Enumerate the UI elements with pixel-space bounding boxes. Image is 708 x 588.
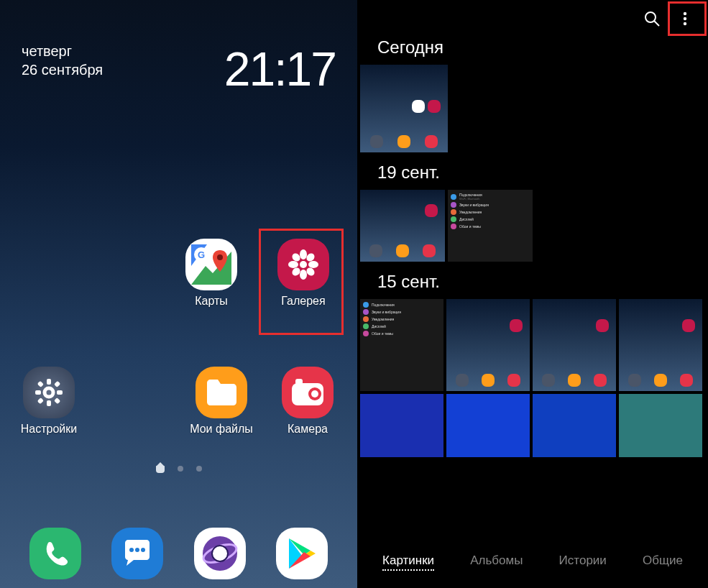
app-camera[interactable]: Камера <box>272 367 344 436</box>
app-row-2: Настройки Мои файлы Камера <box>6 367 351 436</box>
settings-item: Дисплей <box>372 324 386 329</box>
thumb-row-sept19: ПодключенияWi-Fi, Bluetooth Звуки и вибр… <box>357 190 708 262</box>
play-icon <box>276 528 328 579</box>
browser-icon <box>194 528 246 579</box>
app-row-1: G Карты <box>173 239 342 308</box>
app-settings[interactable]: Настройки <box>13 367 85 436</box>
svg-point-26 <box>129 548 134 552</box>
files-icon <box>196 367 247 418</box>
home-screen: четверг 26 сентября 21:17 G Карты <box>0 0 357 588</box>
thumbnail[interactable]: Подключения Звуки и вибрация Уведомления… <box>360 299 443 391</box>
section-today: Сегодня <box>357 27 708 65</box>
settings-icon <box>23 367 75 418</box>
tab-shared[interactable]: Общие <box>643 553 683 571</box>
thumbnail[interactable] <box>360 190 445 262</box>
settings-item: Подключения <box>372 303 395 307</box>
thumb-row-sept15: Подключения Звуки и вибрация Уведомления… <box>357 299 708 457</box>
svg-point-37 <box>684 22 686 25</box>
page-dot[interactable] <box>178 466 183 472</box>
app-label: Карты <box>195 295 228 308</box>
settings-item: Обои и темы <box>459 224 481 229</box>
tab-stories[interactable]: Истории <box>559 553 607 571</box>
thumbnail[interactable] <box>360 394 443 457</box>
thumb-row-today <box>357 65 708 152</box>
thumbnail[interactable] <box>360 65 448 152</box>
app-label: Камера <box>288 423 328 436</box>
app-files[interactable]: Мои файлы <box>185 367 257 436</box>
thumbnail[interactable] <box>446 394 530 457</box>
settings-item: Уведомления <box>372 317 394 321</box>
gallery-screen: Сегодня 19 сент. ПодключенияWi-Fi, Bluet… <box>357 0 708 588</box>
more-icon[interactable] <box>676 10 694 27</box>
thumbnail[interactable] <box>446 299 530 391</box>
section-sept15: 15 сент. <box>357 262 708 299</box>
settings-item: Обои и темы <box>372 331 393 336</box>
settings-item: Звуки и вибрация <box>372 310 401 314</box>
svg-text:G: G <box>198 249 205 260</box>
svg-rect-17 <box>57 390 63 395</box>
dock-browser[interactable] <box>181 528 259 579</box>
gallery-tabs: Картинки Альбомы Истории Общие <box>357 541 708 588</box>
svg-point-3 <box>217 254 223 260</box>
svg-rect-15 <box>47 400 51 406</box>
maps-icon: G <box>185 239 237 290</box>
clock: 21:17 <box>224 42 336 96</box>
section-sept19: 19 сент. <box>357 152 708 190</box>
svg-point-24 <box>311 390 318 398</box>
app-label: Галерея <box>281 295 325 308</box>
svg-point-33 <box>645 12 656 22</box>
app-label: Настройки <box>21 423 77 436</box>
svg-rect-25 <box>295 379 303 385</box>
dock-phone[interactable] <box>17 528 94 579</box>
app-maps[interactable]: G Карты <box>173 239 250 308</box>
date: 26 сентября <box>22 60 103 79</box>
home-page-dot[interactable] <box>156 466 165 473</box>
weekday: четверг <box>22 42 103 60</box>
svg-rect-21 <box>54 398 60 404</box>
svg-point-36 <box>684 17 686 20</box>
svg-point-28 <box>141 548 145 552</box>
svg-rect-14 <box>47 379 51 385</box>
search-icon[interactable] <box>643 10 661 27</box>
svg-point-35 <box>684 12 686 15</box>
dock <box>0 528 357 579</box>
svg-rect-19 <box>54 381 60 387</box>
settings-item: Звуки и вибрация <box>459 203 489 207</box>
thumbnail[interactable] <box>619 394 702 457</box>
svg-point-8 <box>308 261 318 268</box>
settings-item: Уведомления <box>459 210 482 214</box>
settings-item: Дисплей <box>459 217 474 221</box>
svg-point-7 <box>288 261 298 268</box>
tab-pictures[interactable]: Картинки <box>382 553 434 571</box>
messages-icon <box>111 528 163 579</box>
page-indicator <box>0 466 357 473</box>
camera-icon <box>282 367 334 418</box>
thumbnail[interactable] <box>533 394 616 457</box>
svg-point-4 <box>300 261 307 268</box>
dock-messages[interactable] <box>98 528 176 579</box>
thumbnail[interactable] <box>533 299 616 391</box>
status-row: четверг 26 сентября 21:17 <box>0 0 357 96</box>
app-gallery[interactable]: Галерея <box>265 239 342 308</box>
gallery-icon <box>277 239 329 290</box>
thumbnail[interactable]: ПодключенияWi-Fi, Bluetooth Звуки и вибр… <box>448 190 533 262</box>
svg-point-13 <box>45 388 53 397</box>
thumbnail[interactable] <box>619 299 702 391</box>
dock-play[interactable] <box>263 528 341 579</box>
svg-line-34 <box>654 21 659 26</box>
page-dot[interactable] <box>196 466 202 472</box>
gallery-actionbar <box>357 0 708 27</box>
svg-rect-20 <box>37 398 44 404</box>
svg-point-5 <box>300 249 307 259</box>
date-block: четверг 26 сентября <box>22 42 103 79</box>
svg-rect-18 <box>37 381 44 387</box>
phone-icon <box>29 528 81 579</box>
svg-point-27 <box>135 548 139 552</box>
app-label: Мои файлы <box>190 423 253 436</box>
svg-point-6 <box>300 270 307 280</box>
svg-rect-16 <box>35 390 41 395</box>
tab-albums[interactable]: Альбомы <box>470 553 523 571</box>
